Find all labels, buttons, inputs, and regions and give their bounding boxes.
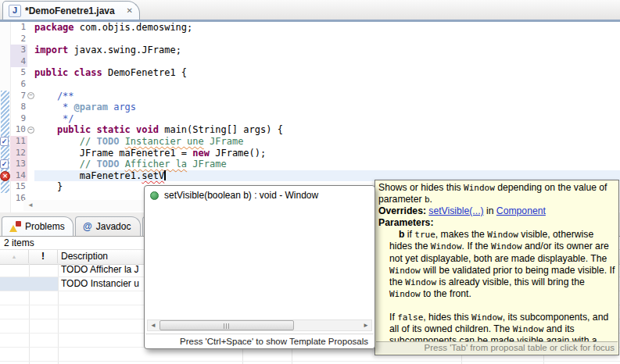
completion-item[interactable]: setVisible(boolean b) : void - Window — [145, 186, 375, 201]
code-line[interactable] — [34, 56, 620, 68]
task-marker-icon[interactable]: ✓ — [0, 159, 9, 169]
severity-cell — [0, 263, 29, 277]
line-number-ruler: 12345678910111213141516 — [10, 22, 27, 212]
text-segment — [34, 124, 57, 135]
text-segment: true — [414, 230, 435, 240]
line-number: 11 — [10, 136, 27, 148]
severity-cell — [0, 291, 29, 305]
code-line[interactable] — [34, 34, 620, 45]
error-marker-icon[interactable]: ✕ — [0, 171, 10, 181]
severity-cell — [0, 319, 29, 333]
text-segment: Window — [389, 289, 421, 299]
text-segment: Window — [471, 312, 503, 323]
text-segment: . If the — [462, 241, 491, 252]
text-segment: // — [34, 159, 96, 170]
code-line[interactable]: */ — [34, 113, 620, 125]
text-segment: TODO — [96, 159, 119, 170]
tab-problems-label: Problems — [25, 221, 65, 232]
code-line[interactable] — [34, 79, 620, 91]
scroll-left-icon[interactable]: ◄ — [27, 202, 34, 209]
text-segment: Window — [513, 324, 544, 334]
code-line[interactable]: // TODO Afficher la JFrame — [34, 159, 620, 170]
marker-bar: ✓✓✕ — [0, 22, 11, 212]
line-number: 2 — [10, 34, 27, 45]
sort-column-header[interactable]: ▲ — [0, 250, 29, 263]
line-number: 9 — [10, 113, 27, 125]
tab-javadoc-label: Javadoc — [96, 221, 131, 232]
tab-javadoc[interactable]: @ Javadoc — [75, 216, 141, 236]
text-segment: // — [34, 136, 96, 147]
text-segment: . — [430, 194, 432, 205]
text-segment: Afficher la — [125, 159, 187, 170]
text-segment — [119, 136, 124, 147]
text-segment: TODO — [96, 136, 119, 147]
fold-collapse-icon[interactable]: − — [27, 92, 34, 99]
completion-hscrollbar[interactable]: ◄ ► — [147, 319, 372, 331]
line-number: 13 — [10, 159, 27, 170]
severity-cell — [0, 305, 29, 319]
text-segment: Window — [464, 183, 495, 193]
flag-cell — [29, 348, 58, 361]
text-segment: com.objis.demoswing; — [74, 22, 193, 33]
text-segment: setV — [142, 170, 164, 181]
flag-cell — [29, 263, 58, 277]
text-segment: false — [397, 312, 423, 323]
javadoc-intro: Shows or hides this Window depending on … — [378, 182, 615, 205]
text-segment: Window — [431, 241, 462, 252]
line-number: 12 — [10, 148, 27, 159]
javadoc-link[interactable]: setVisible(...) — [428, 205, 483, 216]
scroll-right-icon[interactable]: ► — [360, 320, 371, 330]
javadoc-hover: Shows or hides this Window depending on … — [375, 180, 619, 355]
text-segment: , makes the — [435, 229, 487, 240]
text-caret — [164, 170, 166, 180]
code-line[interactable]: package com.objis.demoswing; — [34, 22, 620, 34]
code-line[interactable]: // TODO Instancier une JFrame — [34, 136, 620, 148]
task-marker-icon[interactable]: ✓ — [0, 137, 9, 146]
javadoc-at-icon: @ — [83, 221, 92, 232]
text-segment: main(String[] args) { — [159, 124, 283, 135]
editor-tabstrip: J *DemoFenetre1.java ✕ — [0, 0, 620, 20]
text-segment: JFrame maFenetre1 = — [34, 148, 192, 159]
close-icon[interactable]: ✕ — [127, 7, 133, 15]
text-segment: package — [34, 22, 74, 33]
code-line[interactable]: import javax.swing.JFrame; — [34, 45, 620, 56]
line-number: 7 — [10, 91, 27, 102]
line-number: 10 — [10, 124, 27, 136]
code-line[interactable]: JFrame maFenetre1 = new JFrame(); — [34, 148, 620, 159]
text-segment: JFrame — [187, 159, 227, 170]
flag-cell — [29, 291, 58, 305]
text-segment: maFenetre1. — [34, 170, 142, 181]
text-segment — [119, 159, 124, 170]
text-segment: is already visible, this will bring the — [436, 277, 585, 287]
text-segment: b — [425, 194, 430, 205]
text-segment: If — [389, 312, 397, 323]
code-line[interactable]: /** — [34, 91, 620, 102]
severity-column-header[interactable]: ! — [29, 250, 58, 263]
line-number: 6 — [10, 79, 27, 91]
javadoc-content: Shows or hides this Window depending on … — [375, 180, 618, 341]
text-segment: */ — [34, 113, 74, 124]
line-number: 15 — [10, 181, 27, 193]
eclipse-window: J *DemoFenetre1.java ✕ ✓✓✕ 1234567891011… — [0, 0, 620, 364]
tab-problems[interactable]: Problems — [2, 216, 73, 236]
scroll-left-icon[interactable]: ◄ — [148, 320, 159, 330]
severity-cell — [0, 277, 29, 291]
code-line[interactable]: public class DemoFenetre1 { — [34, 67, 620, 79]
flag-cell — [29, 277, 58, 291]
severity-cell — [0, 348, 29, 361]
scrollbar-thumb[interactable] — [159, 320, 294, 330]
text-segment: import — [34, 45, 68, 55]
code-line[interactable]: public static void main(String[] args) { — [34, 124, 620, 136]
completion-status: Press 'Ctrl+Space' to show Template Prop… — [145, 334, 374, 348]
javadoc-param-desc: b if true, makes the Window visible, oth… — [389, 229, 615, 300]
javadoc-parameters-label: Parameters: — [378, 217, 615, 229]
text-segment: JFrame — [204, 136, 244, 147]
editor-tab[interactable]: J *DemoFenetre1.java ✕ — [2, 1, 140, 20]
text-segment: } — [34, 181, 63, 192]
javadoc-link[interactable]: Component — [496, 205, 546, 216]
text-segment: Window — [405, 277, 436, 287]
code-line[interactable]: * @param args — [34, 102, 620, 113]
text-segment: /** — [34, 91, 74, 102]
fold-collapse-icon[interactable]: − — [27, 127, 34, 134]
text-segment: * — [34, 102, 74, 112]
